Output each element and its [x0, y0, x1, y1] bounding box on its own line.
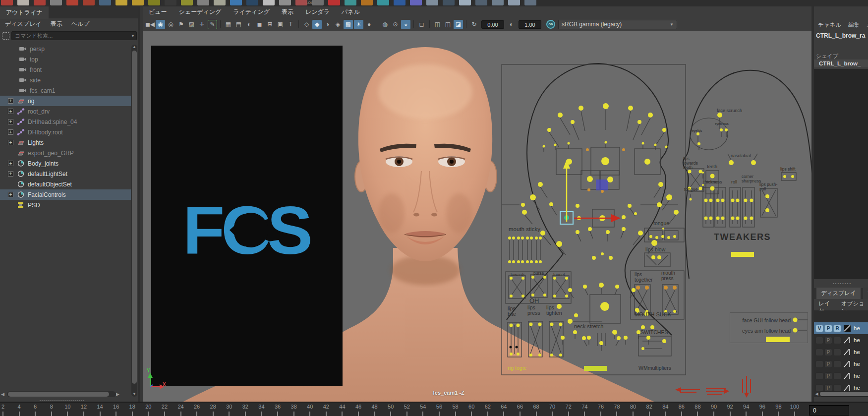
viewport-menu-panels[interactable]: パネル: [342, 8, 360, 16]
gui-control-dot[interactable]: [605, 141, 607, 144]
shelf-icon-fragment[interactable]: [377, 0, 389, 5]
gui-control-dot[interactable]: [508, 237, 511, 239]
outliner-hscrollbar[interactable]: ◀ ▶: [1, 391, 122, 398]
expand-toggle-icon[interactable]: +: [8, 129, 13, 135]
gui-control-dot[interactable]: [662, 228, 664, 230]
viewport-menu-renderer[interactable]: レンダラ: [305, 8, 330, 16]
expand-toggle-icon[interactable]: +: [8, 140, 13, 145]
viewport-menu-view[interactable]: ビュー: [149, 8, 167, 16]
image-plane-icon[interactable]: ▨: [187, 20, 196, 29]
layer-row[interactable]: Phe: [814, 370, 868, 382]
bookmark-icon[interactable]: ⚑: [176, 20, 186, 29]
command-search-input[interactable]: [11, 31, 137, 40]
gui-control-dot[interactable]: [607, 177, 613, 182]
shelf-icon-fragment[interactable]: [394, 0, 405, 5]
shelf-icon-fragment[interactable]: [508, 0, 520, 5]
gamma-field[interactable]: 1.00: [519, 20, 541, 29]
gui-control-dot[interactable]: [699, 170, 702, 174]
gui-control-dot[interactable]: [651, 240, 657, 246]
gui-control-dot[interactable]: [538, 323, 542, 326]
gui-control-dot[interactable]: [731, 217, 735, 220]
gui-control-dot[interactable]: [744, 199, 748, 202]
outliner-item-PSD[interactable]: PSD: [0, 200, 131, 210]
gui-control-dot[interactable]: [716, 199, 720, 202]
gui-control-dot[interactable]: [531, 276, 534, 279]
scroll-right-icon[interactable]: ▶: [116, 392, 122, 397]
gui-control-dot[interactable]: [603, 103, 609, 109]
shelf-icon-fragment[interactable]: [361, 0, 373, 5]
scroll-down-icon[interactable]: ▼: [131, 392, 137, 396]
outliner-item-front[interactable]: front: [0, 64, 131, 75]
layer-reference-toggle[interactable]: [833, 349, 841, 356]
scroll-up-icon[interactable]: ▲: [131, 45, 137, 49]
gui-control-dot[interactable]: [709, 217, 713, 220]
shape-node-name[interactable]: CTRL_L_brow_: [814, 59, 868, 67]
gui-control-dot[interactable]: [576, 204, 579, 208]
gui-control-dot[interactable]: [666, 194, 672, 200]
layer-visibility-toggle[interactable]: V: [815, 325, 823, 332]
gui-control-dot[interactable]: [716, 217, 720, 220]
snapshot-icon[interactable]: ◫: [433, 20, 442, 29]
gui-control-dot[interactable]: [510, 324, 513, 327]
expand-toggle-icon[interactable]: +: [8, 119, 13, 124]
outliner-item-DHIbody:root[interactable]: +DHIbody:root: [0, 127, 131, 137]
gui-control-dot[interactable]: [530, 194, 536, 200]
shade-textured-icon[interactable]: ◑: [323, 20, 332, 29]
shelf-icon-fragment[interactable]: [197, 0, 209, 5]
color-management-toggle[interactable]: ON: [546, 20, 555, 29]
camera-icon[interactable]: ◼◀: [145, 20, 155, 29]
gui-control-dot[interactable]: [550, 354, 553, 357]
smooth-shade-icon[interactable]: ◆: [312, 20, 322, 29]
film-gate-icon[interactable]: ▤: [234, 20, 243, 29]
layer-visibility-toggle[interactable]: [815, 384, 823, 391]
shelf-icon-fragment[interactable]: [99, 0, 111, 5]
exposure-field[interactable]: 0.00: [481, 20, 504, 29]
gui-control-dot[interactable]: [736, 199, 740, 202]
layer-reference-toggle[interactable]: [833, 372, 841, 380]
layer-row[interactable]: Phe: [814, 334, 868, 346]
gui-control-dot[interactable]: [662, 339, 666, 343]
expand-toggle-icon[interactable]: +: [8, 109, 13, 114]
shelf-icon-fragment[interactable]: [459, 0, 471, 5]
gui-control-dot[interactable]: [645, 286, 649, 290]
outliner-item-persp[interactable]: persp: [0, 44, 131, 54]
layer-reference-toggle[interactable]: [833, 337, 841, 344]
scroll-left-icon[interactable]: ◀: [814, 392, 819, 396]
safe-action-icon[interactable]: ▣: [276, 20, 285, 29]
snapshot-multi-icon[interactable]: ◫: [443, 20, 453, 29]
gui-control-dot[interactable]: [517, 353, 520, 356]
layer-color-swatch[interactable]: [843, 360, 852, 368]
outliner-tab[interactable]: アウトライナ: [0, 6, 49, 19]
shelf-icon-fragment[interactable]: [116, 0, 127, 5]
camera-attributes-icon[interactable]: ◉: [156, 20, 165, 29]
gui-control-dot[interactable]: [587, 188, 590, 191]
safe-title-icon[interactable]: T: [286, 20, 295, 29]
outliner-item-DHIhead:spine_04[interactable]: +DHIhead:spine_04: [0, 117, 131, 127]
layer-color-swatch[interactable]: [843, 348, 852, 356]
gui-control-dot[interactable]: [637, 120, 641, 124]
layer-reference-toggle[interactable]: [833, 360, 841, 368]
gui-control-dot[interactable]: [641, 347, 644, 350]
gui-control-dot[interactable]: [522, 210, 527, 215]
gui-control-dot[interactable]: [736, 217, 740, 220]
selected-object-name[interactable]: CTRL_L_brow_ra: [816, 32, 865, 39]
shelf-icon-fragment[interactable]: [279, 0, 291, 5]
gui-control-dot[interactable]: [648, 113, 653, 118]
outliner-menu-help[interactable]: ヘルプ: [71, 20, 90, 28]
gui-control-dot[interactable]: [661, 235, 664, 238]
gui-control-dot[interactable]: [568, 142, 570, 145]
pencil-tool-icon[interactable]: ✎: [208, 20, 217, 29]
gui-control-dot[interactable]: [704, 199, 708, 202]
gui-control-dot[interactable]: [586, 148, 589, 151]
shelf-icon-fragment[interactable]: [165, 0, 176, 5]
shelf-icon-fragment[interactable]: [475, 0, 487, 5]
occlusion-icon[interactable]: ◍: [380, 20, 390, 29]
motion-blur-icon[interactable]: ⊙: [391, 20, 400, 29]
current-frame-field[interactable]: 0: [809, 405, 849, 416]
gui-control-dot[interactable]: [561, 336, 565, 340]
gui-control-dot[interactable]: [571, 120, 575, 124]
gui-control-dot[interactable]: [646, 336, 650, 340]
shelf-icon-fragment[interactable]: [246, 0, 258, 5]
gui-control-dot[interactable]: [765, 208, 769, 212]
outliner-item-FacialControls[interactable]: +FacialControls: [0, 189, 131, 200]
